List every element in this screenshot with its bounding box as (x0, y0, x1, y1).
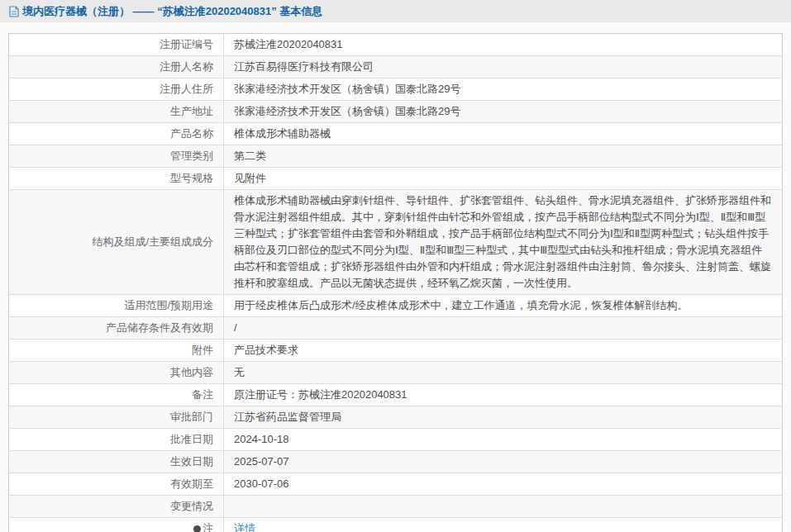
table-row: 备注 原注册证号：苏械注准20202040831 (9, 384, 783, 406)
row-label: 备注 (9, 384, 224, 406)
row-label-text: 变更情况 (170, 500, 213, 512)
row-label-text: 注册人住所 (160, 83, 213, 95)
row-value: 原注册证号：苏械注准20202040831 (224, 384, 783, 406)
row-value: 无 (224, 362, 783, 384)
table-row: 有效期至 2030-07-06 (9, 473, 783, 496)
row-value: 椎体成形术辅助器械 (224, 123, 783, 145)
table-row: 型号规格 见附件 (9, 168, 783, 190)
table-row: 结构及组成/主要组成成分 椎体成形术辅助器械由穿刺针组件、导针组件、扩张套管组件… (9, 190, 783, 295)
row-label: 注册证编号 (9, 34, 224, 56)
row-label-text: 生效日期 (170, 455, 213, 468)
row-label-text: 产品储存条件及有效期 (106, 321, 213, 334)
row-label: 审批部门 (9, 406, 224, 429)
table-row: 注册人住所 张家港经济技术开发区（杨舍镇）国泰北路29号 (9, 78, 783, 101)
row-label-text: 结构及组成/主要组成成分 (92, 235, 213, 248)
table-row: 其他内容 无 (9, 362, 783, 384)
row-value: 椎体成形术辅助器械由穿刺针组件、导针组件、扩张套管组件、钻头组件、骨水泥填充器组… (224, 190, 783, 295)
row-label: 变更情况 (9, 496, 224, 518)
row-label-text: 批准日期 (170, 433, 213, 445)
row-value: 张家港经济技术开发区（杨舍镇）国泰北路29号 (224, 101, 783, 123)
row-value: 2025-07-07 (224, 451, 783, 473)
row-value: 第二类 (224, 145, 783, 168)
row-label: 产品名称 (9, 123, 224, 145)
row-label: 型号规格 (9, 168, 224, 190)
detail-link[interactable]: 详情 (234, 522, 255, 532)
row-label: 附件 (9, 340, 224, 362)
row-label-text: 其他内容 (170, 366, 213, 378)
table-row: 附件 产品技术要求 (9, 340, 783, 362)
row-label-text: 产品名称 (170, 127, 213, 140)
row-value: 详情 (224, 518, 783, 532)
row-label-text: 注 (203, 522, 213, 532)
row-value: 2024-10-18 (224, 429, 783, 451)
table-row: 注册人名称 江苏百易得医疗科技有限公司 (9, 56, 783, 78)
table-row: 注册证编号 苏械注准20202040831 (9, 34, 783, 56)
row-value: / (224, 317, 783, 340)
table-row: 适用范围/预期用途 用于经皮椎体后凸成形术/经皮椎体成形术中，建立工作通道，填充… (9, 295, 783, 317)
row-value: 产品技术要求 (224, 340, 783, 362)
row-label: 产品储存条件及有效期 (9, 317, 224, 340)
row-label: 生产地址 (9, 101, 224, 123)
note-icon (193, 525, 201, 532)
row-label-text: 适用范围/预期用途 (124, 299, 213, 311)
row-label-text: 附件 (192, 344, 213, 356)
row-label-text: 注册人名称 (160, 60, 213, 73)
table-row: 生产地址 张家港经济技术开发区（杨舍镇）国泰北路29号 (9, 101, 783, 123)
row-label: 结构及组成/主要组成成分 (9, 190, 224, 295)
page-title: 境内医疗器械（注册） —— “苏械注准20202040831” 基本信息 (22, 4, 322, 19)
row-value: 张家港经济技术开发区（杨舍镇）国泰北路29号 (224, 78, 783, 101)
row-label-text: 有效期至 (170, 477, 213, 490)
table-row: 生效日期 2025-07-07 (9, 451, 783, 473)
table-row: 管理类别 第二类 (9, 145, 783, 168)
table-row: 批准日期 2024-10-18 (9, 429, 783, 451)
page-header: 境内医疗器械（注册） —— “苏械注准20202040831” 基本信息 (0, 0, 791, 22)
row-value: 苏械注准20202040831 (224, 34, 783, 56)
table-row: 变更情况 (9, 496, 783, 518)
row-value (224, 496, 783, 518)
row-label: 注 (9, 518, 224, 532)
row-value: 2030-07-06 (224, 473, 783, 496)
row-label-text: 审批部门 (170, 411, 213, 423)
registration-info-table: 注册证编号 苏械注准20202040831 注册人名称 江苏百易得医疗科技有限公… (8, 33, 783, 532)
row-label-text: 备注 (192, 388, 213, 401)
info-table-body: 注册证编号 苏械注准20202040831 注册人名称 江苏百易得医疗科技有限公… (9, 34, 783, 532)
row-label: 注册人住所 (9, 78, 224, 101)
row-label-text: 型号规格 (170, 172, 213, 184)
table-row: 产品储存条件及有效期 / (9, 317, 783, 340)
row-value: 江苏百易得医疗科技有限公司 (224, 56, 783, 78)
row-label: 生效日期 (9, 451, 224, 473)
row-label-text: 生产地址 (170, 105, 213, 117)
row-label: 适用范围/预期用途 (9, 295, 224, 317)
table-row: 注 详情 (9, 518, 783, 532)
row-label: 注册人名称 (9, 56, 224, 78)
row-label: 批准日期 (9, 429, 224, 451)
table-row: 审批部门 江苏省药品监督管理局 (9, 406, 783, 429)
row-value: 江苏省药品监督管理局 (224, 406, 783, 429)
row-label: 管理类别 (9, 145, 224, 168)
row-value: 见附件 (224, 168, 783, 190)
document-icon (9, 6, 19, 17)
row-label-text: 管理类别 (170, 150, 213, 162)
row-label-text: 注册证编号 (160, 38, 213, 50)
row-label: 其他内容 (9, 362, 224, 384)
row-value: 用于经皮椎体后凸成形术/经皮椎体成形术中，建立工作通道，填充骨水泥，恢复椎体解剖… (224, 295, 783, 317)
row-label: 有效期至 (9, 473, 224, 496)
table-row: 产品名称 椎体成形术辅助器械 (9, 123, 783, 145)
